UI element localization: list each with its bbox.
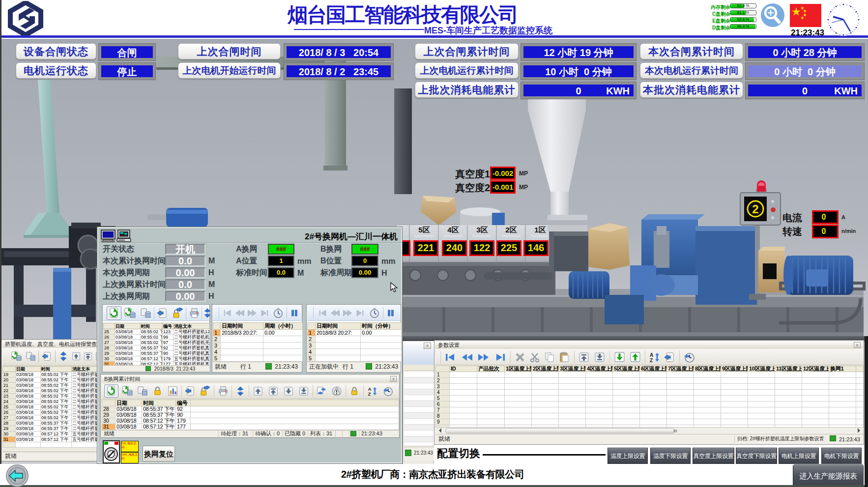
svg-text:2: 2 bbox=[752, 202, 758, 216]
